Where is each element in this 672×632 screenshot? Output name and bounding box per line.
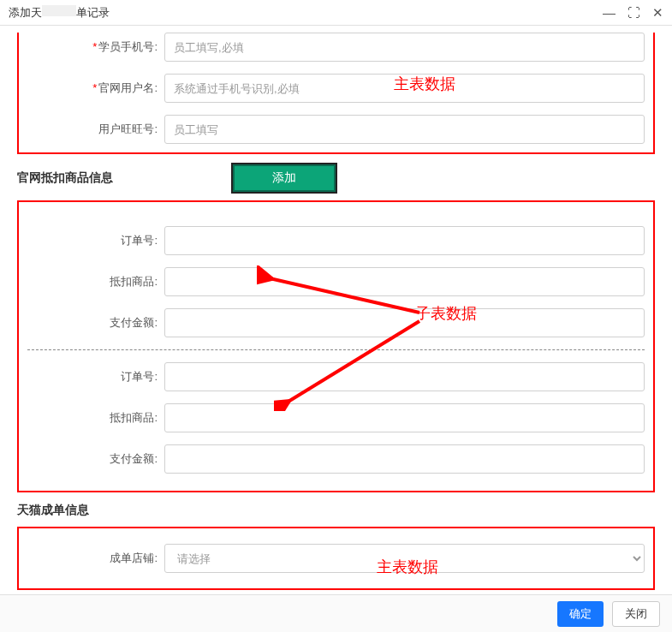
- product-label-0: 抵扣商品:: [27, 274, 164, 289]
- ok-button[interactable]: 确定: [557, 601, 604, 627]
- footer-bar: 确定 关闭: [0, 594, 672, 632]
- store-label: 成单店铺:: [27, 551, 164, 566]
- username-input[interactable]: [164, 74, 645, 103]
- product-input-1[interactable]: [164, 403, 645, 432]
- sub-data-box: 订单号: 抵扣商品: 支付金额: 订单号: 抵扣商品: 支付金额:: [17, 200, 655, 492]
- tmall-title: 天猫成单信息: [17, 503, 89, 518]
- product-label-1: 抵扣商品:: [27, 410, 164, 426]
- order-input-0[interactable]: [164, 226, 645, 255]
- amount-input-0[interactable]: [164, 308, 645, 337]
- tmall-section-header: 天猫成单信息: [17, 503, 655, 518]
- title-masked: [42, 5, 76, 16]
- tmall-data-box: 成单店铺: 请选择: [17, 527, 655, 590]
- window-title: 添加天单记录: [9, 5, 110, 21]
- title-prefix: 添加天: [9, 6, 42, 19]
- wangwang-label: 用户旺旺号:: [27, 122, 164, 137]
- amount-label-1: 支付金额:: [27, 451, 164, 467]
- phone-label: *学员手机号:: [27, 39, 164, 55]
- phone-input[interactable]: [164, 33, 645, 62]
- close-icon[interactable]: ✕: [652, 5, 663, 21]
- cancel-button[interactable]: 关闭: [612, 601, 660, 627]
- add-button[interactable]: 添加: [233, 164, 336, 192]
- order-label-0: 订单号:: [27, 233, 164, 248]
- content-area: *学员手机号: *官网用户名: 用户旺旺号: 官网抵扣商品信息 添加 订单号: …: [0, 26, 672, 599]
- discount-section-header: 官网抵扣商品信息 添加: [17, 164, 655, 192]
- amount-input-1[interactable]: [164, 444, 645, 474]
- order-input-1[interactable]: [164, 362, 645, 391]
- store-select[interactable]: 请选择: [164, 544, 645, 573]
- main-data-box: *学员手机号: *官网用户名: 用户旺旺号:: [17, 33, 655, 154]
- amount-label-0: 支付金额:: [27, 315, 164, 331]
- row-divider: [27, 349, 645, 350]
- window-controls: — ⛶ ✕: [603, 5, 663, 21]
- product-input-0[interactable]: [164, 267, 645, 296]
- minimize-icon[interactable]: —: [603, 5, 616, 20]
- maximize-icon[interactable]: ⛶: [627, 5, 640, 20]
- title-suffix: 单记录: [76, 6, 110, 19]
- discount-title: 官网抵扣商品信息: [17, 170, 113, 186]
- order-label-1: 订单号:: [27, 369, 164, 385]
- titlebar: 添加天单记录 — ⛶ ✕: [0, 0, 672, 26]
- wangwang-input[interactable]: [164, 115, 645, 144]
- username-label: *官网用户名:: [27, 80, 164, 96]
